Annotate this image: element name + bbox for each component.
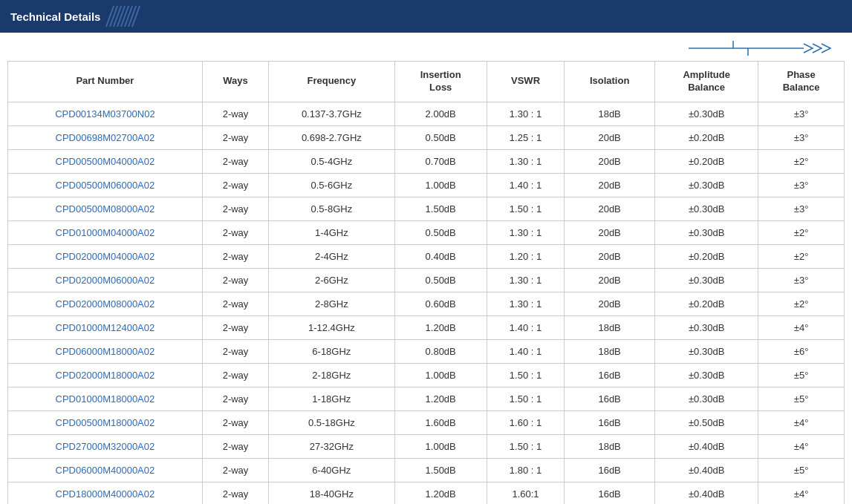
cell-insertion_loss: 1.50dB [394, 458, 487, 482]
cell-isolation: 20dB [565, 149, 655, 173]
cell-part_number[interactable]: CPD01000M12400A02 [8, 315, 203, 339]
cell-part_number[interactable]: CPD00500M08000A02 [8, 197, 203, 220]
cell-vswr: 1.50 : 1 [487, 387, 564, 410]
table-row: CPD00500M04000A022-way0.5-4GHz0.70dB1.30… [8, 149, 845, 173]
cell-amplitude_balance: ±0.40dB [655, 434, 758, 458]
cell-vswr: 1.40 : 1 [487, 339, 564, 363]
cell-part_number[interactable]: CPD06000M40000A02 [8, 458, 203, 482]
cell-ways: 2-way [202, 244, 268, 268]
cell-ways: 2-way [202, 339, 268, 363]
cell-frequency: 6-40GHz [269, 458, 394, 482]
cell-ways: 2-way [202, 363, 268, 387]
cell-insertion_loss: 1.00dB [394, 434, 487, 458]
cell-ways: 2-way [202, 292, 268, 315]
cell-insertion_loss: 0.50dB [394, 220, 487, 244]
cell-isolation: 20dB [565, 268, 655, 292]
cell-phase_balance: ±3° [758, 173, 845, 197]
cell-isolation: 18dB [565, 434, 655, 458]
cell-isolation: 18dB [565, 339, 655, 363]
cell-insertion_loss: 0.60dB [394, 292, 487, 315]
cell-frequency: 0.5-4GHz [269, 149, 394, 173]
cell-amplitude_balance: ±0.20dB [655, 149, 758, 173]
cell-vswr: 1.50 : 1 [487, 197, 564, 220]
cell-phase_balance: ±2° [758, 292, 845, 315]
cell-ways: 2-way [202, 410, 268, 434]
cell-insertion_loss: 0.50dB [394, 125, 487, 149]
cell-ways: 2-way [202, 173, 268, 197]
cell-part_number[interactable]: CPD01000M04000A02 [8, 220, 203, 244]
cell-ways: 2-way [202, 102, 268, 125]
table-row: CPD02000M08000A022-way2-8GHz0.60dB1.30 :… [8, 292, 845, 315]
col-header-frequency: Frequency [269, 62, 394, 102]
cell-insertion_loss: 1.00dB [394, 173, 487, 197]
cell-isolation: 20dB [565, 244, 655, 268]
cell-frequency: 18-40GHz [269, 482, 394, 504]
cell-part_number[interactable]: CPD00134M03700N02 [8, 102, 203, 125]
col-header-amplitude_balance: AmplitudeBalance [655, 62, 758, 102]
cell-insertion_loss: 0.50dB [394, 268, 487, 292]
col-header-part_number: Part Number [8, 62, 203, 102]
table-row: CPD27000M32000A022-way27-32GHz1.00dB1.50… [8, 434, 845, 458]
cell-part_number[interactable]: CPD01000M18000A02 [8, 387, 203, 410]
cell-phase_balance: ±4° [758, 315, 845, 339]
cell-phase_balance: ±6° [758, 339, 845, 363]
table-row: CPD06000M40000A022-way6-40GHz1.50dB1.80 … [8, 458, 845, 482]
circuit-decoration [689, 37, 837, 59]
cell-part_number[interactable]: CPD00500M18000A02 [8, 410, 203, 434]
cell-vswr: 1.30 : 1 [487, 268, 564, 292]
cell-insertion_loss: 0.70dB [394, 149, 487, 173]
cell-vswr: 1.40 : 1 [487, 173, 564, 197]
cell-part_number[interactable]: CPD02000M04000A02 [8, 244, 203, 268]
col-header-vswr: VSWR [487, 62, 564, 102]
header-bar: Technical Details [0, 0, 852, 33]
cell-isolation: 20dB [565, 197, 655, 220]
cell-frequency: 0.5-6GHz [269, 173, 394, 197]
cell-amplitude_balance: ±0.30dB [655, 268, 758, 292]
table-row: CPD02000M04000A022-way2-4GHz0.40dB1.20 :… [8, 244, 845, 268]
cell-phase_balance: ±4° [758, 434, 845, 458]
cell-frequency: 0.5-8GHz [269, 197, 394, 220]
cell-phase_balance: ±5° [758, 363, 845, 387]
cell-amplitude_balance: ±0.40dB [655, 482, 758, 504]
table-row: CPD01000M04000A022-way1-4GHz0.50dB1.30 :… [8, 220, 845, 244]
cell-part_number[interactable]: CPD18000M40000A02 [8, 482, 203, 504]
cell-phase_balance: ±4° [758, 410, 845, 434]
table-row: CPD01000M12400A022-way1-12.4GHz1.20dB1.4… [8, 315, 845, 339]
cell-vswr: 1.20 : 1 [487, 244, 564, 268]
col-header-insertion_loss: InsertionLoss [394, 62, 487, 102]
cell-phase_balance: ±2° [758, 220, 845, 244]
cell-vswr: 1.80 : 1 [487, 458, 564, 482]
cell-isolation: 20dB [565, 125, 655, 149]
cell-ways: 2-way [202, 315, 268, 339]
cell-phase_balance: ±4° [758, 482, 845, 504]
cell-ways: 2-way [202, 458, 268, 482]
cell-amplitude_balance: ±0.30dB [655, 363, 758, 387]
cell-part_number[interactable]: CPD00500M04000A02 [8, 149, 203, 173]
cell-part_number[interactable]: CPD06000M18000A02 [8, 339, 203, 363]
cell-part_number[interactable]: CPD00500M06000A02 [8, 173, 203, 197]
cell-vswr: 1.60 : 1 [487, 410, 564, 434]
cell-vswr: 1.30 : 1 [487, 292, 564, 315]
cell-phase_balance: ±5° [758, 458, 845, 482]
cell-insertion_loss: 1.20dB [394, 482, 487, 504]
cell-part_number[interactable]: CPD00698M02700A02 [8, 125, 203, 149]
cell-part_number[interactable]: CPD02000M06000A02 [8, 268, 203, 292]
cell-part_number[interactable]: CPD27000M32000A02 [8, 434, 203, 458]
cell-frequency: 2-6GHz [269, 268, 394, 292]
cell-frequency: 6-18GHz [269, 339, 394, 363]
table-row: CPD00134M03700N022-way0.137-3.7GHz2.00dB… [8, 102, 845, 125]
cell-frequency: 27-32GHz [269, 434, 394, 458]
cell-insertion_loss: 1.60dB [394, 410, 487, 434]
cell-amplitude_balance: ±0.30dB [655, 220, 758, 244]
cell-part_number[interactable]: CPD02000M08000A02 [8, 292, 203, 315]
table-row: CPD00500M06000A022-way0.5-6GHz1.00dB1.40… [8, 173, 845, 197]
cell-frequency: 2-18GHz [269, 363, 394, 387]
cell-vswr: 1.30 : 1 [487, 102, 564, 125]
cell-amplitude_balance: ±0.30dB [655, 387, 758, 410]
cell-vswr: 1.30 : 1 [487, 149, 564, 173]
cell-ways: 2-way [202, 125, 268, 149]
cell-frequency: 0.698-2.7GHz [269, 125, 394, 149]
cell-ways: 2-way [202, 268, 268, 292]
cell-part_number[interactable]: CPD02000M18000A02 [8, 363, 203, 387]
cell-frequency: 1-12.4GHz [269, 315, 394, 339]
